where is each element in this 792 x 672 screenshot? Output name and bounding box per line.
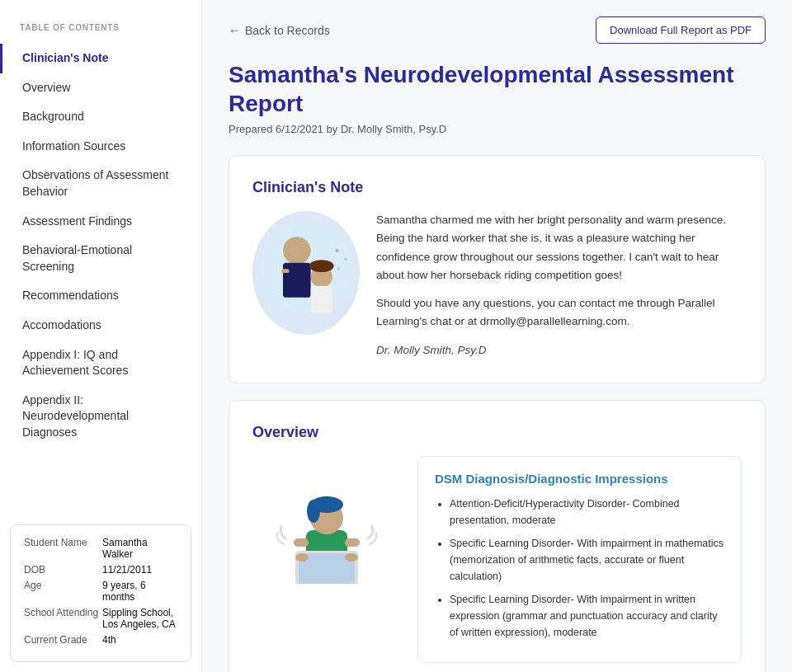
svg-rect-19: [294, 538, 309, 547]
student-info-label: Student Name: [24, 537, 102, 548]
dsm-list-item: Specific Learning Disorder- With impairm…: [450, 535, 724, 585]
student-info-row: Age9 years, 6 months: [24, 580, 177, 603]
sidebar-item-observations[interactable]: Observations of Assessment Behavior: [0, 161, 201, 206]
sidebar-item-accomodations[interactable]: Accomodations: [0, 311, 201, 341]
student-info-card: Student NameSamantha WalkerDOB11/21/2011…: [10, 524, 191, 662]
overview-inner: DSM Diagnosis/Diagnostic Impressions Att…: [252, 456, 742, 663]
dsm-title: DSM Diagnosis/Diagnostic Impressions: [435, 472, 724, 486]
clinicians-note-card: Clinician's Note: [229, 155, 766, 383]
svg-text:✦: ✦: [343, 256, 348, 263]
svg-point-21: [295, 553, 309, 562]
svg-rect-20: [345, 538, 360, 547]
sidebar-item-clinicians-note[interactable]: Clinician's Note: [0, 44, 201, 73]
overview-svg: [261, 460, 393, 584]
sidebar: TABLE OF CONTENTS Clinician's NoteOvervi…: [0, 0, 202, 672]
clinicians-note-inner: ✦ ✦ ✦ Samantha charmed me with her brigh…: [252, 211, 742, 359]
toc-header: TABLE OF CONTENTS: [0, 0, 201, 44]
sidebar-item-overview[interactable]: Overview: [0, 73, 201, 103]
clinicians-note-title: Clinician's Note: [252, 179, 742, 196]
svg-point-1: [283, 237, 311, 265]
svg-text:✦: ✦: [337, 266, 341, 271]
student-info-value: 11/21/2011: [102, 564, 152, 576]
clinicians-note-p2: Should you have any questions, you can c…: [376, 294, 742, 331]
student-info-row: DOB11/21/2011: [24, 564, 177, 576]
sidebar-item-recommendations[interactable]: Recommendations: [0, 281, 201, 311]
clinicians-note-text: Samantha charmed me with her bright pers…: [376, 211, 742, 359]
download-pdf-button[interactable]: Download Full Report as PDF: [596, 16, 766, 44]
student-info-value: 4th: [102, 634, 116, 646]
clinician-photo: ✦ ✦ ✦: [252, 211, 360, 335]
main-content: ← Back to Records Download Full Report a…: [202, 0, 792, 672]
sidebar-item-background[interactable]: Background: [0, 102, 201, 132]
svg-point-7: [309, 260, 334, 272]
svg-rect-8: [311, 286, 332, 313]
svg-point-22: [345, 553, 358, 562]
sidebar-item-appendix-ii[interactable]: Appendix II: Neurodevelopmental Diagnose…: [0, 386, 201, 448]
student-info-row: Student NameSamantha Walker: [24, 537, 177, 560]
dsm-list: Attention-Deficit/Hyperactivity Disorder…: [435, 496, 724, 641]
back-to-records-link[interactable]: ← Back to Records: [229, 24, 330, 37]
student-info-row: Current Grade4th: [24, 634, 177, 646]
svg-text:✦: ✦: [333, 246, 341, 256]
clinicians-note-signature: Dr. Molly Smith, Psy.D: [376, 341, 742, 359]
sidebar-item-appendix-i[interactable]: Appendix I: IQ and Achievement Scores: [0, 341, 201, 386]
overview-title: Overview: [252, 424, 742, 441]
student-info-label: Current Grade: [24, 634, 102, 646]
dsm-list-item: Attention-Deficit/Hyperactivity Disorder…: [450, 496, 724, 529]
student-info-row: School AttendingSippling School, Los Ang…: [24, 607, 177, 630]
student-info-label: Age: [24, 580, 102, 591]
sidebar-item-assessment-findings[interactable]: Assessment Findings: [0, 207, 201, 237]
student-info-value: 9 years, 6 months: [102, 580, 177, 603]
dsm-list-item: Specific Learning Disorder- With impairm…: [450, 591, 724, 641]
arrow-left-icon: ←: [229, 24, 240, 37]
back-label: Back to Records: [245, 24, 330, 37]
svg-rect-2: [283, 263, 311, 298]
clinician-photo-svg: ✦ ✦ ✦: [257, 215, 356, 331]
dsm-box: DSM Diagnosis/Diagnostic Impressions Att…: [417, 456, 742, 663]
top-bar: ← Back to Records Download Full Report a…: [229, 16, 766, 44]
student-info-label: DOB: [24, 564, 102, 576]
student-info-value: Sippling School, Los Angeles, CA: [102, 607, 177, 630]
student-info-label: School Attending: [24, 607, 102, 618]
svg-point-16: [307, 500, 320, 523]
student-info-value: Samantha Walker: [102, 537, 177, 560]
sidebar-item-behavioral-emotional[interactable]: Behavioral-Emotional Screening: [0, 236, 201, 281]
svg-rect-3: [281, 269, 289, 273]
toc-items: Clinician's NoteOverviewBackgroundInform…: [0, 44, 201, 515]
overview-card: Overview: [229, 400, 766, 672]
overview-illustration: [252, 456, 401, 588]
report-title: Samantha's Neurodevelopmental Assessment…: [229, 60, 766, 118]
clinicians-note-p1: Samantha charmed me with her bright pers…: [376, 211, 742, 284]
prepared-by: Prepared 6/12/2021 by Dr. Molly Smith, P…: [229, 123, 766, 135]
sidebar-item-information-sources[interactable]: Information Sources: [0, 132, 201, 162]
